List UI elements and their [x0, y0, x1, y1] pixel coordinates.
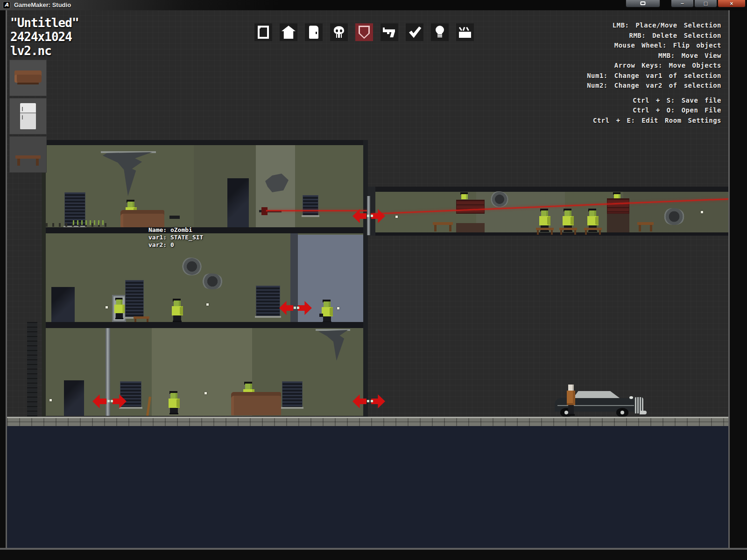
tool-shield-selected[interactable] — [355, 23, 373, 41]
connector-dot — [367, 215, 369, 217]
tooltip-name: Name: oZombi — [148, 226, 203, 234]
wall-hole — [663, 208, 685, 225]
stool[interactable] — [536, 228, 554, 230]
zombie[interactable] — [167, 391, 181, 414]
couch-thumbnail-icon — [14, 70, 42, 83]
main-building — [42, 140, 368, 417]
marker-dot[interactable] — [701, 211, 703, 213]
window-blinds[interactable] — [282, 381, 303, 407]
help-line: Ctrl + S: Save file — [587, 96, 721, 106]
help-line: Arrow Keys: Move Objects — [587, 61, 721, 71]
door[interactable] — [64, 380, 84, 416]
help-line: LMB: Place/Move Selection — [587, 21, 721, 31]
survivor-coat — [567, 391, 575, 405]
connector-dot — [297, 307, 299, 309]
couch[interactable] — [120, 210, 164, 227]
help-line: Num1: Change var1 of selection — [587, 71, 721, 81]
floor-divider — [42, 227, 368, 233]
object-tooltip: Name: oZombi var1: STATE_SIT var2: 0 — [148, 226, 203, 249]
table[interactable] — [637, 222, 654, 225]
thumbnail-table[interactable] — [9, 136, 47, 173]
marker-dot[interactable] — [49, 399, 52, 401]
tool-gun[interactable] — [381, 23, 398, 41]
marker-dot[interactable] — [106, 306, 108, 308]
strip-floor — [368, 232, 728, 236]
transition-arrow-right[interactable] — [371, 394, 385, 408]
thumbnail-fridge[interactable] — [9, 98, 47, 134]
door-icon — [309, 26, 318, 39]
survivor-head — [568, 385, 574, 391]
stool[interactable] — [559, 228, 577, 230]
zombie[interactable] — [170, 299, 184, 322]
close-button[interactable]: × — [718, 0, 746, 7]
titlebar: A GameMaker: Studio − □ × — [0, 0, 747, 10]
zombie-behind-crate[interactable] — [460, 192, 469, 200]
thumbnail-couch[interactable] — [9, 60, 47, 96]
house-icon — [282, 26, 296, 39]
level-canvas[interactable]: "Untitled" 2424x1024 lv2.nc LMB: Place/M… — [7, 10, 728, 548]
maximize-icon: □ — [704, 0, 708, 7]
window-icon — [641, 1, 646, 5]
help-line: RMB: Delete Selection — [587, 31, 721, 41]
maximize-button[interactable]: □ — [694, 0, 717, 7]
table[interactable] — [433, 222, 453, 225]
street — [7, 426, 728, 548]
tool-check[interactable] — [406, 23, 423, 41]
marker-dot[interactable] — [204, 392, 207, 394]
connector-dot — [371, 400, 373, 402]
tool-door[interactable] — [305, 23, 323, 41]
object-toolbar — [254, 23, 474, 41]
shield-icon — [359, 26, 370, 39]
survivor-character[interactable] — [566, 385, 576, 417]
help-line: Mouse Wheel: Flip object — [587, 41, 721, 51]
window-blinds-tall[interactable] — [125, 280, 144, 317]
tooltip-var2: var2: 0 — [148, 241, 203, 249]
dropped-gun[interactable] — [169, 216, 180, 219]
tool-house[interactable] — [280, 23, 297, 41]
zombie[interactable] — [320, 300, 334, 323]
crate-low[interactable] — [607, 214, 629, 232]
held-gun — [319, 314, 323, 317]
door[interactable] — [227, 178, 249, 227]
zombie-sitting[interactable] — [113, 298, 126, 319]
check-icon — [408, 26, 422, 39]
help-text: LMB: Place/Move Selection RMB: Delete Se… — [587, 21, 721, 126]
floor-divider — [42, 322, 368, 328]
frame-icon — [258, 26, 269, 39]
tool-light[interactable] — [431, 23, 449, 41]
app-logo-icon: A — [3, 1, 10, 9]
marker-dot[interactable] — [206, 303, 209, 306]
exterior-pillar — [27, 322, 37, 417]
tool-zombie[interactable] — [330, 23, 348, 41]
window-blinds[interactable] — [256, 286, 280, 316]
help-line: Ctrl + O: Open File — [587, 105, 721, 116]
room-size: 2424x1024 — [10, 30, 79, 44]
tooltip-var1: var1: STATE_SIT — [148, 234, 203, 241]
tool-sandbag[interactable] — [456, 23, 474, 41]
stool[interactable] — [134, 316, 149, 319]
crate-barricade[interactable] — [607, 198, 629, 214]
crate-low[interactable] — [456, 223, 485, 232]
minimize-icon: − — [680, 0, 684, 7]
marker-dot[interactable] — [395, 216, 398, 218]
connector-dot — [367, 400, 369, 402]
car-wheel-rear — [616, 408, 628, 417]
window-blinds[interactable] — [303, 195, 318, 216]
app-window: A GameMaker: Studio − □ × — [0, 0, 747, 560]
tool-frame[interactable] — [254, 23, 272, 41]
minimize-button[interactable]: − — [671, 0, 694, 7]
sidewalk — [7, 417, 728, 426]
door[interactable] — [51, 287, 75, 322]
plant-debris[interactable] — [73, 220, 106, 225]
building-right-wall — [363, 140, 368, 417]
car-headlight — [629, 396, 633, 399]
toolbar-window-button[interactable] — [626, 0, 660, 7]
survivor-feet — [567, 414, 575, 416]
marker-dot[interactable] — [337, 307, 339, 309]
wall-hole — [202, 273, 223, 289]
table-thumbnail-icon — [15, 155, 41, 159]
crate-barricade[interactable] — [456, 200, 485, 214]
couch[interactable] — [231, 392, 281, 415]
stool[interactable] — [584, 228, 602, 230]
room-name: "Untitled" — [10, 16, 79, 30]
